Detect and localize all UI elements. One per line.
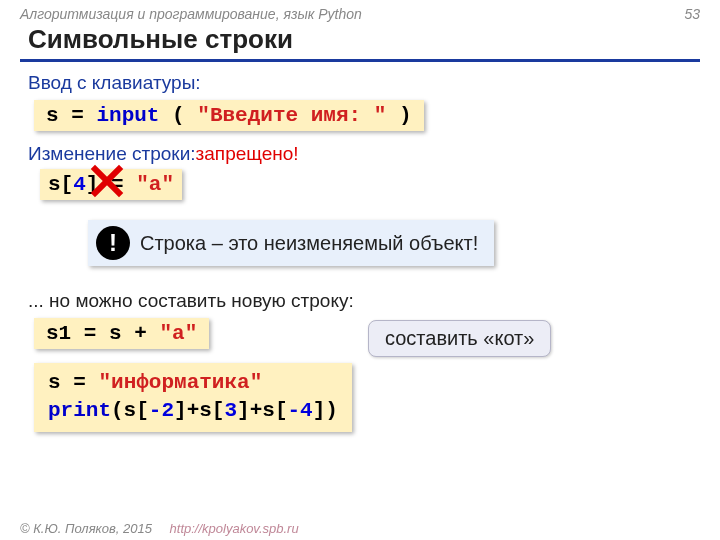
code4-l2c: -2 xyxy=(149,399,174,422)
code-forbidden: s[4] = "a" xyxy=(40,169,182,200)
slide-footer: © К.Ю. Поляков, 2015 http://kpolyakov.sp… xyxy=(20,521,299,536)
code4-l1b: "информатика" xyxy=(98,371,262,394)
section-mutation-b: запрещено! xyxy=(196,143,299,164)
row-concat: s1 = s + "a" составить «кот» xyxy=(28,316,692,355)
code-concat: s1 = s + "a" xyxy=(34,318,209,349)
slide-header: Алгоритмизация и программирование, язык … xyxy=(0,0,720,24)
page-title: Символьные строки xyxy=(20,24,700,62)
slide-content: Ввод с клавиатуры: s = input ( "Введите … xyxy=(0,62,720,432)
code-example: s = "информатика" print(s[-2]+s[3]+s[-4]… xyxy=(34,363,352,432)
code4-print: print xyxy=(48,399,111,422)
code2-idx: 4 xyxy=(73,173,86,196)
section-input-label: Ввод с клавиатуры: xyxy=(28,72,692,94)
code4-l2b: (s[ xyxy=(111,399,149,422)
code-var: s xyxy=(46,104,59,127)
code-prompt: "Введите имя: " xyxy=(197,104,386,127)
code2-rhs: ] = xyxy=(86,173,136,196)
course-subject: Алгоритмизация и программирование, язык … xyxy=(20,6,362,22)
code-input: s = input ( "Введите имя: " ) xyxy=(34,100,424,131)
section-mutation-a: Изменение строки: xyxy=(28,143,196,164)
code2-val: "a" xyxy=(136,173,174,196)
code-func: input xyxy=(96,104,159,127)
exclamation-icon: ! xyxy=(96,226,130,260)
section-mutation: Изменение строки:запрещено! xyxy=(28,143,692,165)
code-eq: = xyxy=(71,104,84,127)
code4-l2h: ]) xyxy=(313,399,338,422)
code2-lhs: s[ xyxy=(48,173,73,196)
notice-text: Строка – это неизменяемый объект! xyxy=(140,232,478,255)
code4-l2g: -4 xyxy=(288,399,313,422)
footer-url: http://kpolyakov.spb.ru xyxy=(170,521,299,536)
page-number: 53 xyxy=(684,6,700,22)
code4-l2d: ]+s[ xyxy=(174,399,224,422)
code3-lhs: s1 = s + xyxy=(46,322,159,345)
code-lpar: ( xyxy=(172,104,185,127)
code4-l1a: s = xyxy=(48,371,98,394)
code4-l2e: 3 xyxy=(224,399,237,422)
footer-copyright: © К.Ю. Поляков, 2015 xyxy=(20,521,152,536)
callout-kot: составить «кот» xyxy=(368,320,551,357)
code4-l2f: ]+s[ xyxy=(237,399,287,422)
code3-val: "a" xyxy=(159,322,197,345)
code-rpar: ) xyxy=(399,104,412,127)
section-newstring: ... но можно составить новую строку: xyxy=(28,290,692,312)
notice-box: ! Строка – это неизменяемый объект! xyxy=(88,220,494,266)
